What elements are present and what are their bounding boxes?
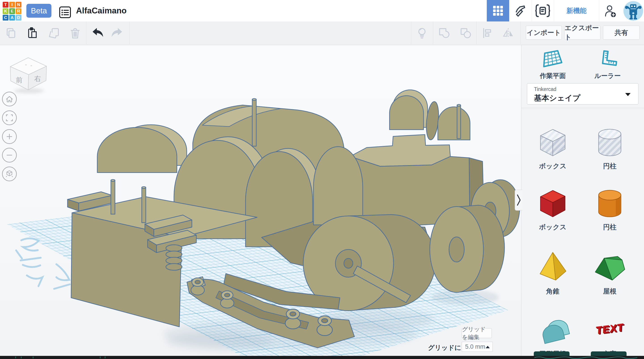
tinkercad-logo[interactable]: TIN KER CAD [3, 2, 22, 20]
shape-item-cylinder[interactable]: 円柱 [584, 183, 636, 232]
share-button[interactable]: 共有 [603, 26, 640, 40]
paste-button[interactable] [25, 26, 40, 40]
toolbar-divider [411, 22, 411, 44]
shape-item-peek [534, 352, 570, 356]
undo-button[interactable] [90, 26, 104, 40]
ruler-tool[interactable]: ルーラー [585, 50, 630, 80]
scene: 前 右 [0, 45, 522, 356]
design-properties-icon[interactable] [58, 6, 72, 19]
design-title[interactable]: AlfaCaimano [76, 0, 126, 22]
export-button[interactable]: エクスポート [564, 26, 600, 40]
codeblocks-icon [535, 4, 551, 18]
shape-item-peek [591, 352, 626, 356]
dashboard-grid-icon [493, 6, 503, 16]
add-user-icon [604, 4, 617, 17]
dashboard-tab[interactable] [487, 0, 509, 22]
copy-button[interactable] [4, 26, 18, 40]
avatar[interactable] [624, 1, 643, 21]
snap-grid-value: 5.0 mm [465, 343, 485, 350]
chevron-right-icon [516, 192, 522, 208]
app-header: TIN KER CAD Beta AlfaCaimano 新機能 [0, 0, 644, 22]
shape-item-roof[interactable]: 屋根 [584, 247, 636, 296]
zoom-in-button[interactable] [2, 129, 17, 144]
show-all-button[interactable] [415, 26, 429, 40]
library-name: 基本シェイプ [534, 93, 580, 103]
workplane-tool[interactable]: 作業平面 [530, 50, 575, 80]
toolbar-divider [433, 22, 433, 44]
shape-item-box[interactable]: ボックス [527, 183, 578, 232]
add-user-button[interactable] [599, 0, 622, 22]
perspective-toggle-button[interactable] [2, 166, 17, 181]
whats-new-link[interactable]: 新機能 [554, 0, 599, 22]
window-bottom-bar [0, 356, 644, 359]
mirror-button[interactable] [501, 26, 516, 40]
fit-view-button[interactable] [2, 110, 17, 125]
duplicate-button[interactable] [47, 26, 61, 40]
library-source: Tinkercad [534, 86, 556, 92]
snap-grid-select[interactable]: 5.0 mm [462, 342, 493, 352]
beta-badge[interactable]: Beta [26, 4, 52, 18]
caret-up-icon [486, 346, 490, 348]
panel-collapse-button[interactable] [515, 190, 522, 210]
workplane-label: 作業平面 [540, 72, 566, 80]
delete-button[interactable] [68, 26, 82, 40]
shape-item-cylinder-hole[interactable]: 円柱 [584, 122, 636, 171]
shape-item-box-hole[interactable]: ボックス [527, 122, 578, 171]
view-cube-front-label[interactable]: 前 [16, 76, 22, 84]
ruler-icon [597, 50, 618, 69]
toolbar-divider [476, 22, 476, 44]
view-cube-right-label[interactable]: 右 [34, 75, 41, 82]
minecraft-tab[interactable] [510, 0, 531, 22]
3d-viewport[interactable]: 前 右 グリッドを編集 グリッドにスナップ 5.0 mm [0, 45, 522, 356]
edit-grid-button[interactable]: グリッドを編集 [462, 328, 492, 338]
panel-divider [522, 108, 644, 108]
workplane-icon [542, 50, 563, 69]
view-cube[interactable]: 前 右 [10, 58, 46, 93]
import-button[interactable]: インポート [526, 26, 562, 40]
zoom-out-button[interactable] [2, 148, 17, 162]
toolbar-divider [86, 22, 86, 44]
redo-button[interactable] [110, 26, 124, 40]
home-view-button[interactable] [2, 92, 17, 106]
ungroup-button[interactable] [458, 26, 473, 40]
align-button[interactable] [480, 26, 494, 40]
text-shape-preview: TEXT [596, 321, 624, 336]
group-button[interactable] [437, 26, 451, 40]
minecraft-pickaxe-icon [514, 4, 526, 17]
ruler-label: ルーラー [594, 72, 620, 80]
shape-item-pyramid[interactable]: 角錐 [527, 247, 578, 296]
chevron-down-icon [625, 93, 630, 96]
edit-toolbar: インポート エクスポート 共有 [0, 22, 644, 45]
codeblocks-tab[interactable] [532, 0, 554, 22]
shapes-panel: 作業平面 ルーラー Tinkercad 基本シェイプ ボックス [521, 45, 644, 356]
toolbar-divider [520, 22, 521, 44]
shape-library-dropdown[interactable]: Tinkercad 基本シェイプ [527, 83, 639, 104]
toolbar-divider [130, 22, 130, 44]
avatar-robot-icon [624, 1, 643, 21]
